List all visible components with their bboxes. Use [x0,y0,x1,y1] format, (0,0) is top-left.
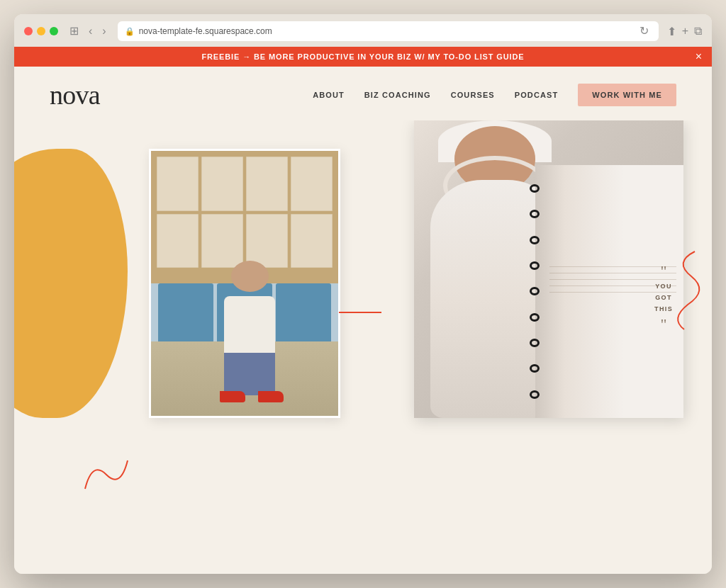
spiral-ring-6 [530,313,540,322]
nav-podcast[interactable]: PODCAST [515,91,558,99]
spiral-ring-9 [530,390,540,399]
browser-chrome: ⊞ ‹ › 🔒 nova-template-fe.squarespace.com… [14,14,712,47]
spiral-ring-1 [530,184,540,193]
paper-6 [201,214,243,268]
person-jeans [224,353,275,395]
photo-art-left [151,151,338,416]
new-tab-button[interactable]: + [682,25,688,38]
photo-art-right [414,120,683,418]
forward-button[interactable]: › [99,24,108,38]
refresh-button[interactable]: ↻ [637,24,652,38]
red-connecting-line [339,312,381,313]
back-button[interactable]: ‹ [86,24,95,38]
paper-5 [157,214,199,268]
lock-icon: 🔒 [125,27,135,36]
banner-text: FREEBIE → BE MORE PRODUCTIVE IN YOUR BIZ… [201,52,524,61]
url-text: nova-template-fe.squarespace.com [139,26,272,36]
paper-3 [246,157,288,211]
spiral-ring-4 [530,261,540,270]
paper-2 [201,157,243,211]
person-shirt [224,296,275,360]
spiral-ring-5 [530,287,540,295]
paper-4 [291,157,333,211]
browser-window: ⊞ ‹ › 🔒 nova-template-fe.squarespace.com… [14,14,712,574]
bulletin-papers [157,157,333,268]
paper-1 [157,157,199,211]
person-left-shoe [220,391,245,402]
spiral-ring-7 [530,339,540,347]
copy-button[interactable]: ⧉ [694,25,702,38]
share-button[interactable]: ⬆ [667,25,676,38]
address-bar[interactable]: 🔒 nova-template-fe.squarespace.com ↻ [118,21,659,41]
maximize-button[interactable] [50,27,58,35]
paper-8 [291,214,333,268]
person-head [231,261,269,292]
chair-left [158,283,213,341]
browser-actions: ⬆ + ⧉ [667,25,702,38]
work-with-me-button[interactable]: WORK WITH ME [578,84,676,106]
site-main: " YOU GOT THIS " [14,120,712,574]
paper-7 [246,214,288,268]
nav-courses[interactable]: COURSES [451,91,495,99]
photo-woman-waiting-room [149,149,340,418]
site-nav: ABOUT BIZ COACHING COURSES PODCAST WORK … [313,84,676,106]
spiral-ring-3 [530,236,540,244]
traffic-lights [24,27,58,35]
sidebar-toggle-button[interactable]: ⊞ [67,24,82,38]
person-right-shoe [258,391,284,402]
squiggle-right-svg [666,248,702,333]
squiggle-bottom-left-svg [78,453,135,496]
banner-close-button[interactable]: × [696,51,702,62]
close-button[interactable] [24,27,33,35]
site-logo[interactable]: nova [50,79,100,111]
website: FREEBIE → BE MORE PRODUCTIVE IN YOUR BIZ… [14,47,712,574]
nav-about[interactable]: ABOUT [313,91,345,99]
nav-biz-coaching[interactable]: BIZ COACHING [364,91,431,99]
photo-woman-notebook [414,120,683,418]
spiral-ring-8 [530,364,540,373]
promo-banner: FREEBIE → BE MORE PRODUCTIVE IN YOUR BIZ… [14,47,712,67]
minimize-button[interactable] [37,27,45,35]
person-figure [207,261,292,402]
site-header: nova ABOUT BIZ COACHING COURSES PODCAST … [14,67,712,120]
spiral-ring-2 [530,210,540,218]
orange-blob-decoration [14,149,128,418]
nav-buttons: ⊞ ‹ › [67,24,109,38]
notebook-spiral [530,165,541,418]
